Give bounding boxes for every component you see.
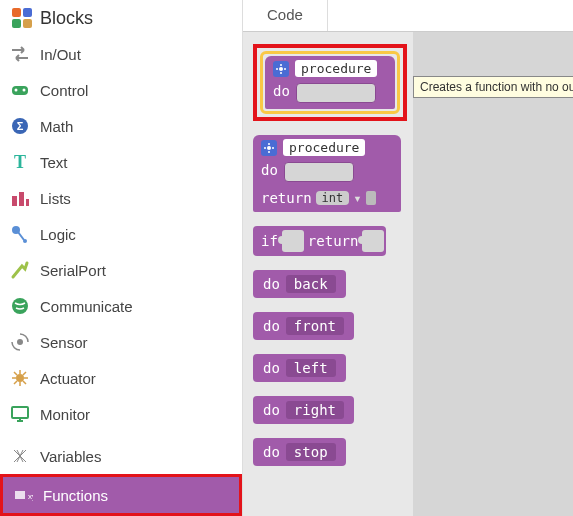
call-name: right	[286, 401, 344, 419]
statement-slot[interactable]	[296, 83, 376, 103]
functions-label: Functions	[43, 487, 108, 504]
gear-icon[interactable]	[273, 61, 289, 77]
category-label: Control	[40, 82, 88, 99]
call-name: left	[286, 359, 336, 377]
variables-icon	[10, 446, 30, 466]
tab-code[interactable]: Code	[243, 0, 328, 31]
svg-rect-0	[12, 8, 21, 17]
svg-point-15	[12, 298, 28, 314]
svg-point-17	[16, 374, 24, 382]
call-block-right[interactable]: doright	[253, 396, 354, 424]
sidebar-functions[interactable]: xy Functions	[0, 474, 242, 516]
category-math[interactable]: Σ Math	[0, 108, 242, 144]
svg-rect-2	[12, 19, 21, 28]
call-name: front	[286, 317, 344, 335]
statement-slot[interactable]	[284, 162, 354, 182]
category-label: Monitor	[40, 406, 90, 423]
sidebar: Blocks In/Out Control Σ Math T Text List…	[0, 0, 243, 516]
category-list: In/Out Control Σ Math T Text Lists Logic	[0, 36, 242, 438]
variables-label: Variables	[40, 448, 101, 465]
category-label: Text	[40, 154, 68, 171]
category-actuator[interactable]: Actuator	[0, 360, 242, 396]
lists-icon	[10, 188, 30, 208]
svg-text:T: T	[14, 152, 26, 172]
svg-point-6	[23, 89, 26, 92]
svg-text:Σ: Σ	[17, 120, 24, 132]
category-label: Communicate	[40, 298, 133, 315]
svg-rect-19	[15, 491, 25, 499]
text-icon: T	[10, 152, 30, 172]
gear-icon[interactable]	[261, 140, 277, 156]
call-block-back[interactable]: doback	[253, 270, 346, 298]
monitor-icon	[10, 404, 30, 424]
svg-point-21	[279, 67, 283, 71]
tooltip: Creates a function with no output.	[413, 76, 573, 98]
category-label: In/Out	[40, 46, 81, 63]
category-sensor[interactable]: Sensor	[0, 324, 242, 360]
category-label: Logic	[40, 226, 76, 243]
call-block-front[interactable]: dofront	[253, 312, 354, 340]
do-label: do	[263, 318, 280, 334]
svg-rect-18	[12, 407, 28, 418]
category-label: Sensor	[40, 334, 88, 351]
call-block-stop[interactable]: dostop	[253, 438, 346, 466]
logic-icon	[10, 224, 30, 244]
sidebar-header: Blocks	[0, 0, 242, 36]
category-text[interactable]: T Text	[0, 144, 242, 180]
svg-rect-12	[26, 199, 29, 206]
return-label: return	[308, 233, 359, 249]
actuator-icon	[10, 368, 30, 388]
blocks-palette: procedure do Creates a function with no …	[243, 32, 573, 516]
gamepad-icon	[10, 80, 30, 100]
procedure-block-with-return[interactable]: procedure do return int ▾	[253, 135, 401, 212]
category-label: SerialPort	[40, 262, 106, 279]
category-communicate[interactable]: Communicate	[0, 288, 242, 324]
functions-icon: xy	[13, 485, 33, 505]
puzzle-icon	[10, 6, 34, 30]
highlight-selected-block: procedure do	[253, 44, 407, 121]
serial-icon	[10, 260, 30, 280]
category-label: Lists	[40, 190, 71, 207]
if-label: if	[261, 233, 278, 249]
category-control[interactable]: Control	[0, 72, 242, 108]
category-logic[interactable]: Logic	[0, 216, 242, 252]
procedure-name[interactable]: procedure	[283, 139, 365, 156]
do-label: do	[263, 402, 280, 418]
category-monitor[interactable]: Monitor	[0, 396, 242, 432]
svg-point-16	[17, 339, 23, 345]
call-block-left[interactable]: doleft	[253, 354, 346, 382]
svg-point-22	[267, 146, 271, 150]
svg-rect-1	[23, 8, 32, 17]
svg-rect-4	[12, 86, 28, 95]
value-slot[interactable]	[366, 191, 376, 205]
call-name: stop	[286, 443, 336, 461]
category-serialport[interactable]: SerialPort	[0, 252, 242, 288]
procedure-block-no-output[interactable]: procedure do	[265, 56, 395, 109]
do-label: do	[253, 160, 284, 186]
condition-slot[interactable]	[282, 230, 304, 252]
return-type-dropdown[interactable]: int	[316, 191, 350, 205]
procedure-name[interactable]: procedure	[295, 60, 377, 77]
tab-bar: Code	[243, 0, 573, 32]
svg-rect-10	[12, 196, 17, 206]
svg-rect-11	[19, 192, 24, 206]
return-label: return	[261, 190, 312, 206]
svg-text:xy: xy	[28, 492, 33, 501]
do-label: do	[263, 276, 280, 292]
svg-point-14	[23, 239, 27, 243]
communicate-icon	[10, 296, 30, 316]
inout-icon	[10, 44, 30, 64]
do-label: do	[263, 444, 280, 460]
do-label: do	[265, 81, 296, 107]
category-inout[interactable]: In/Out	[0, 36, 242, 72]
sensor-icon	[10, 332, 30, 352]
math-icon: Σ	[10, 116, 30, 136]
sidebar-variables[interactable]: Variables	[0, 438, 242, 474]
svg-point-5	[15, 89, 18, 92]
if-return-block[interactable]: if return	[253, 226, 386, 256]
value-slot[interactable]	[362, 230, 384, 252]
main-area: Code procedure do	[243, 0, 573, 516]
category-lists[interactable]: Lists	[0, 180, 242, 216]
svg-rect-3	[23, 19, 32, 28]
call-name: back	[286, 275, 336, 293]
